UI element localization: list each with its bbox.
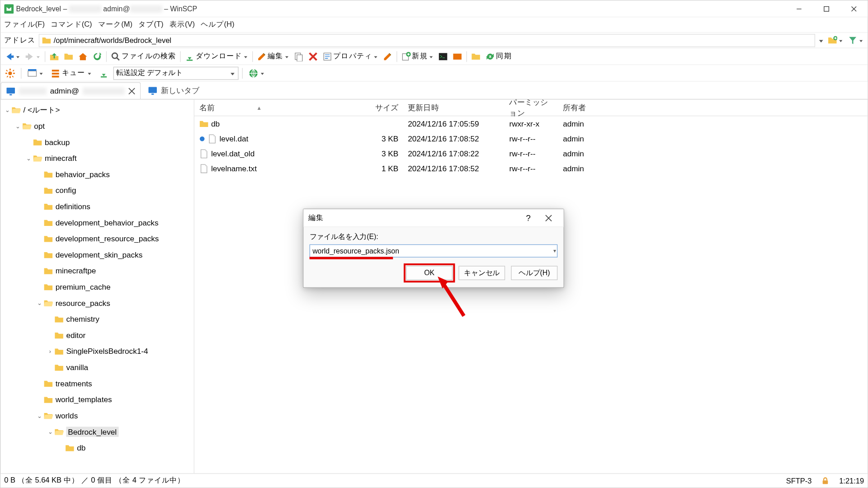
file-row[interactable]: db2024/12/16 17:05:59rwxr-xr-xadmin (194, 116, 868, 131)
delete-button[interactable] (307, 49, 320, 64)
close-button[interactable] (840, 0, 868, 17)
tree-item-label: Bedrock_level (66, 427, 118, 436)
maximize-button[interactable] (813, 0, 840, 17)
home-button[interactable] (76, 49, 90, 64)
tree-item-label: resource_packs (56, 299, 110, 308)
tree-item[interactable]: config (0, 183, 193, 199)
file-list[interactable]: db2024/12/16 17:05:59rwxr-xr-xadminlevel… (194, 116, 868, 473)
tree-item[interactable]: world_templates (0, 392, 193, 408)
properties-button[interactable]: プロパティ (321, 49, 380, 64)
tree-item[interactable]: editor (0, 327, 193, 343)
tree-item[interactable]: ⌄opt (0, 118, 193, 134)
filename-input[interactable] (310, 244, 558, 258)
parent-dir-button[interactable] (48, 49, 61, 64)
tree-item-label: world_templates (56, 395, 112, 404)
web-button[interactable] (246, 66, 267, 80)
ok-button[interactable]: OK (406, 266, 453, 280)
menu-help[interactable]: ヘルプ(H) (201, 20, 234, 30)
expander-open-icon[interactable]: ⌄ (14, 123, 22, 130)
menu-tab[interactable]: タブ(T) (138, 20, 163, 30)
expander-closed-icon[interactable]: › (46, 348, 54, 355)
close-tab-icon[interactable] (128, 87, 135, 94)
address-field[interactable]: /opt/minecraft/worlds/Bedrock_level (39, 34, 815, 47)
sync-browse-button[interactable] (469, 49, 482, 64)
file-row[interactable]: levelname.txt1 KB2024/12/16 17:08:52rw-r… (194, 161, 868, 176)
dialog-close-button[interactable] (538, 210, 559, 225)
transfer-settings-icon[interactable] (97, 66, 111, 80)
tree-item[interactable]: vanilla (0, 359, 193, 375)
svg-rect-16 (453, 53, 461, 59)
toolbar-transfer: キュー 転送設定 デフォルト (0, 65, 868, 82)
directory-tree[interactable]: ⌄/ <ルート>⌄optbackup⌄minecraftbehavior_pac… (0, 99, 194, 473)
address-path: /opt/minecraft/worlds/Bedrock_level (54, 36, 171, 44)
tree-item[interactable]: ⌄minecraft (0, 150, 193, 166)
find-files-button[interactable]: ファイルの検索 (109, 49, 178, 64)
tree-item[interactable]: chemistry (0, 311, 193, 328)
back-button[interactable] (3, 49, 22, 64)
tree-item[interactable]: treatments (0, 375, 193, 392)
file-row[interactable]: level.dat_old3 KB2024/12/16 17:08:22rw-r… (194, 146, 868, 161)
tree-item[interactable]: development_behavior_packs (0, 215, 193, 231)
new-button[interactable]: 新規 (400, 49, 435, 64)
menu-file[interactable]: ファイル(F) (4, 20, 45, 30)
misc-button[interactable] (381, 49, 394, 64)
download-button[interactable]: ダウンロード (183, 49, 250, 64)
file-icon (199, 164, 209, 173)
sync-button[interactable]: 同期 (484, 49, 514, 64)
tree-item[interactable]: premium_cache (0, 279, 193, 295)
minimize-button[interactable] (785, 0, 813, 17)
copy-button[interactable] (292, 49, 305, 64)
status-selection: 0 B （全 5.64 KB 中） ／ 0 個目 （全 4 ファイル中） (4, 476, 185, 486)
toggle-button[interactable] (451, 49, 464, 64)
edit-button[interactable]: 編集 (255, 49, 291, 64)
expander-open-icon[interactable]: ⌄ (3, 107, 11, 113)
file-name: level.dat (219, 134, 248, 143)
menu-command[interactable]: コマンド(C) (51, 20, 92, 30)
chevron-down-icon[interactable]: ▾ (553, 248, 557, 254)
file-list-header[interactable]: 名前▲ サイズ 更新日時 パーミッション 所有者 (194, 99, 868, 116)
menubar: ファイル(F) コマンド(C) マーク(M) タブ(T) 表示(V) ヘルプ(H… (0, 17, 868, 33)
tree-item[interactable]: ⌄resource_packs (0, 295, 193, 311)
file-row[interactable]: level.dat3 KB2024/12/16 17:08:52rw-r--r-… (194, 131, 868, 146)
root-button[interactable] (62, 49, 75, 64)
folder-icon (199, 119, 209, 128)
tree-item-label: development_behavior_packs (56, 218, 159, 227)
tree-item[interactable]: minecraftpe (0, 263, 193, 279)
queue-button[interactable]: キュー (48, 66, 94, 80)
expander-open-icon[interactable]: ⌄ (46, 428, 54, 435)
forward-button[interactable] (23, 49, 42, 64)
menu-view[interactable]: 表示(V) (170, 20, 195, 30)
tree-item[interactable]: ⌄worlds (0, 408, 193, 424)
terminal-button[interactable] (437, 49, 450, 64)
tree-item[interactable]: ›SinglePixelsBedrock1-4 (0, 343, 193, 360)
tree-item-label: treatments (56, 379, 92, 388)
tree-item[interactable]: db (0, 440, 193, 456)
folder-icon (54, 427, 64, 436)
tree-item[interactable]: ⌄/ <ルート> (0, 102, 193, 118)
new-folder-button[interactable] (826, 33, 845, 47)
session-tab-active[interactable]: admin@ (0, 82, 140, 99)
menu-mark[interactable]: マーク(M) (98, 20, 132, 30)
transfer-settings-combo[interactable]: 転送設定 デフォルト (113, 66, 239, 80)
tree-item[interactable]: development_skin_packs (0, 247, 193, 263)
new-tab-button[interactable]: 新しいタブ (142, 82, 205, 99)
address-dropdown[interactable] (817, 34, 825, 47)
tree-item[interactable]: behavior_packs (0, 166, 193, 183)
expander-open-icon[interactable]: ⌄ (35, 413, 43, 419)
tree-item[interactable]: definitions (0, 198, 193, 215)
workspace-button[interactable] (25, 66, 46, 80)
help-button[interactable]: ヘルプ(H) (511, 266, 557, 280)
tree-item[interactable]: development_resource_packs (0, 230, 193, 247)
file-perm: rwxr-xr-x (505, 119, 558, 128)
refresh-button[interactable] (90, 49, 104, 64)
file-name: db (211, 119, 220, 128)
expander-open-icon[interactable]: ⌄ (35, 300, 43, 306)
tree-item[interactable]: backup (0, 134, 193, 150)
filter-button[interactable] (846, 33, 865, 47)
expander-open-icon[interactable]: ⌄ (24, 155, 33, 162)
tree-item[interactable]: ⌄Bedrock_level (0, 424, 193, 440)
preferences-button[interactable] (3, 66, 18, 80)
cancel-button[interactable]: キャンセル (458, 266, 505, 280)
dialog-help-button[interactable]: ? (518, 210, 538, 225)
tree-item-label: config (56, 186, 76, 195)
